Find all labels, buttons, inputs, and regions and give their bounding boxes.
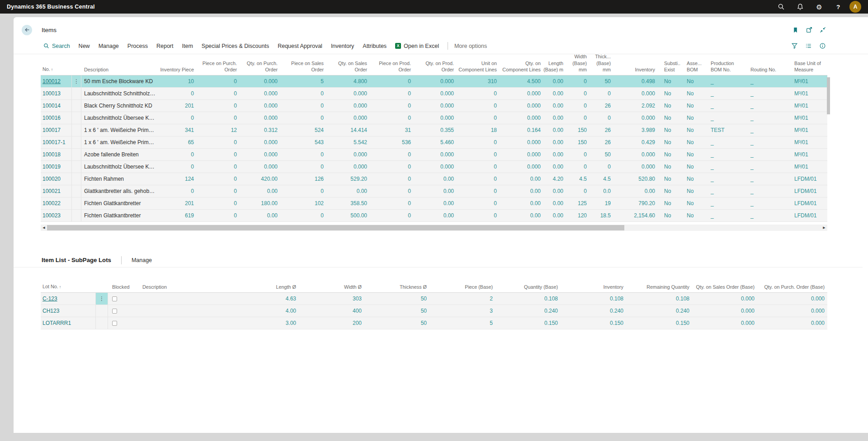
cell-num[interactable]: 0 <box>197 136 240 148</box>
cell-num[interactable]: 0 <box>197 88 240 99</box>
cell-num[interactable]: 0 <box>197 149 240 160</box>
cell-num[interactable]: 0.00 <box>543 100 566 112</box>
cell-num[interactable]: 65 <box>156 136 197 148</box>
cell-num[interactable]: 0.000 <box>692 293 757 305</box>
cell-num[interactable]: 524 <box>280 124 326 136</box>
cell-val[interactable]: No <box>658 149 680 160</box>
cell-val[interactable]: LFDM/01 <box>788 173 827 185</box>
cell-num[interactable]: 0 <box>280 149 326 160</box>
cell-desc[interactable] <box>142 317 231 329</box>
avatar[interactable]: A <box>849 1 861 13</box>
cell-num[interactable]: 341 <box>156 124 197 136</box>
cell-num[interactable]: 0 <box>280 100 326 112</box>
cell-val[interactable]: No <box>658 173 680 185</box>
cell-num[interactable]: 0.00 <box>543 88 566 99</box>
cell-num[interactable]: 180.00 <box>240 197 280 209</box>
cell-num[interactable]: 0.000 <box>613 112 658 124</box>
cell-num[interactable]: 0.150 <box>495 317 561 329</box>
cell-num[interactable]: 0.000 <box>414 161 457 173</box>
cell-num[interactable]: 0.000 <box>500 161 543 173</box>
column-header[interactable]: Inventory Piece <box>156 66 197 75</box>
column-header[interactable]: Quantity (Base) <box>495 284 561 292</box>
cell-val[interactable]: M³/01 <box>788 136 827 148</box>
table-row[interactable]: 100021Glattkantbretter alls. gehobelt ..… <box>41 185 827 197</box>
column-header[interactable]: Base Unit of Measure <box>788 60 827 75</box>
cell-num[interactable]: 0.00 <box>543 210 566 221</box>
cell-num[interactable]: 150 <box>566 124 590 136</box>
cell-num[interactable]: 0.00 <box>414 185 457 197</box>
cell-val[interactable]: M³/01 <box>788 88 827 99</box>
cell-desc[interactable]: Laubschnittholz Übersee KD, u... <box>81 161 156 173</box>
cell-num[interactable]: 0 <box>457 88 500 99</box>
blocked-checkbox[interactable] <box>112 296 117 301</box>
cell-val[interactable]: No <box>680 210 704 221</box>
cell-num[interactable]: 2 <box>429 293 495 305</box>
notifications-icon[interactable] <box>791 0 810 14</box>
cell-val[interactable]: LFDM/01 <box>788 185 827 197</box>
back-button[interactable] <box>22 25 32 35</box>
vertical-scrollbar[interactable] <box>827 77 830 114</box>
column-header[interactable]: Piece on Purch. Order <box>197 60 240 75</box>
row-actions-cell[interactable] <box>95 305 108 317</box>
cell-link[interactable]: 100012 <box>41 75 71 87</box>
cell-num[interactable]: 4.5 <box>590 173 613 185</box>
menu-manage[interactable]: Manage <box>99 43 119 49</box>
cell-num[interactable]: 0.000 <box>500 136 543 148</box>
cell-val[interactable]: M³/01 <box>788 124 827 136</box>
row-actions-cell[interactable] <box>71 197 81 209</box>
cell-num[interactable]: 0.000 <box>240 149 280 160</box>
column-header[interactable]: Qty. on Sales Order <box>326 60 370 75</box>
cell-val[interactable]: _ <box>704 75 744 87</box>
menu-special-prices[interactable]: Special Prices & Discounts <box>202 43 269 49</box>
cell-num[interactable]: 2.092 <box>613 100 658 112</box>
cell-num[interactable]: 0 <box>156 149 197 160</box>
cell-num[interactable]: 0.00 <box>414 197 457 209</box>
cell-desc[interactable]: Laubschnittholz Schnittholz KD... <box>81 88 156 99</box>
open-in-excel-button[interactable]: X Open in Excel <box>395 43 439 49</box>
cell-num[interactable]: 0 <box>370 88 414 99</box>
cell-val[interactable]: _ <box>744 185 788 197</box>
cell-num[interactable]: 0.000 <box>757 293 827 305</box>
cell-num[interactable]: 0 <box>197 210 240 221</box>
cell-num[interactable]: 0.108 <box>495 293 561 305</box>
cell-num[interactable]: 0 <box>280 210 326 221</box>
cell-link[interactable]: 100016 <box>41 112 71 124</box>
cell-num[interactable]: 520.80 <box>613 173 658 185</box>
cell-num[interactable]: 120 <box>566 210 590 221</box>
cell-val[interactable]: No <box>658 161 680 173</box>
cell-num[interactable]: 0.000 <box>692 317 757 329</box>
table-row[interactable]: 100012⋮50 mm Esche Blockware KD1000.0005… <box>41 75 827 88</box>
cell-num[interactable]: 0 <box>590 112 613 124</box>
row-actions-cell[interactable] <box>71 210 81 221</box>
cell-num[interactable]: 12 <box>197 124 240 136</box>
row-actions-cell[interactable] <box>71 88 81 99</box>
cell-val[interactable]: _ <box>744 136 788 148</box>
cell-num[interactable]: 0 <box>370 210 414 221</box>
cell-val[interactable]: _ <box>704 185 744 197</box>
cell-num[interactable]: 0 <box>280 161 326 173</box>
column-header[interactable]: Routing No. <box>744 66 788 75</box>
cell-num[interactable]: 0.000 <box>500 112 543 124</box>
menu-process[interactable]: Process <box>127 43 148 49</box>
column-header[interactable]: Piece on Sales Order <box>280 60 326 75</box>
cell-num[interactable]: 0.000 <box>240 100 280 112</box>
cell-val[interactable]: _ <box>744 197 788 209</box>
cell-num[interactable]: 0.000 <box>692 305 757 317</box>
cell-val[interactable]: No <box>658 197 680 209</box>
cell-num[interactable]: 4.63 <box>231 293 299 305</box>
column-header[interactable]: Qty. on Sales Order (Base) <box>692 284 757 292</box>
cell-val[interactable]: No <box>680 75 704 87</box>
cell-num[interactable]: 50 <box>364 305 429 317</box>
table-row[interactable]: 100014Black Cherry Schnittholz KD20100.0… <box>41 100 827 112</box>
cell-num[interactable]: 0 <box>566 75 590 87</box>
cell-link[interactable]: 100018 <box>41 149 71 160</box>
cell-val[interactable]: No <box>680 112 704 124</box>
cell-num[interactable]: 0.498 <box>613 75 658 87</box>
cell-num[interactable]: 0 <box>197 161 240 173</box>
bookmark-icon[interactable] <box>792 26 799 34</box>
cell-val[interactable]: _ <box>704 149 744 160</box>
cell-num[interactable]: 0.000 <box>757 305 827 317</box>
cell-num[interactable]: 0 <box>566 100 590 112</box>
cell-num[interactable]: 0.000 <box>613 149 658 160</box>
settings-icon[interactable]: ⚙ <box>810 0 829 14</box>
